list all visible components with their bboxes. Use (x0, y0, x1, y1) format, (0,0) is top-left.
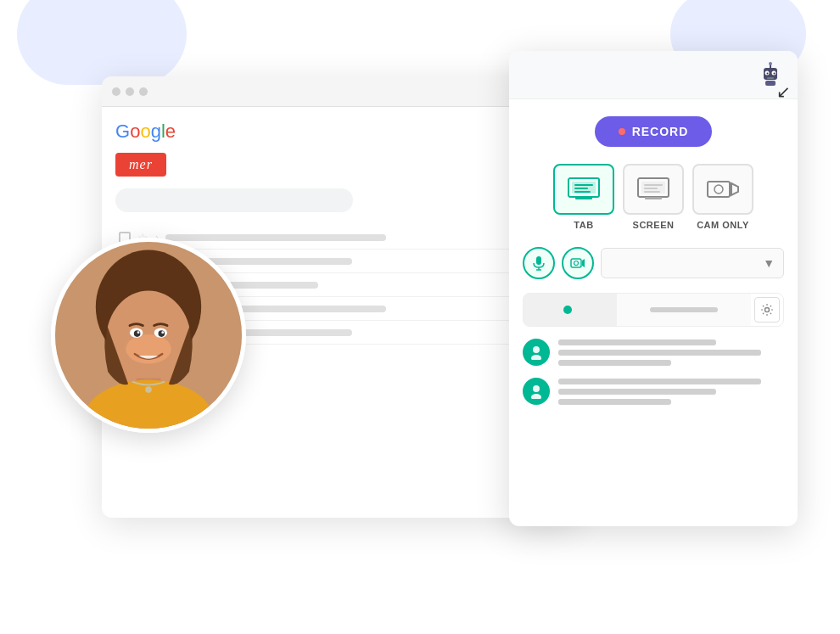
mode-cam-box[interactable] (692, 164, 753, 215)
logo-o1: o (130, 121, 140, 143)
svg-rect-7 (767, 77, 774, 79)
mode-screen[interactable]: SCREEN (623, 164, 684, 230)
mic-button[interactable] (523, 247, 555, 279)
user-info-2 (558, 379, 784, 405)
svg-point-6 (774, 73, 776, 75)
svg-point-47 (145, 386, 152, 393)
user-detail-line-2 (558, 360, 671, 366)
browser-titlebar (102, 76, 577, 107)
user-avatar-icon-1 (529, 345, 544, 360)
extension-popup: ↙ RECORD (509, 51, 798, 526)
tab-item-inactive[interactable] (617, 294, 751, 326)
user-row-1 (523, 339, 784, 366)
user-avatar-2 (523, 378, 550, 405)
svg-rect-19 (644, 188, 658, 189)
gmail-search-bar[interactable] (115, 188, 353, 212)
mode-screen-box[interactable] (623, 164, 684, 215)
mic-icon (531, 255, 546, 271)
svg-point-29 (574, 261, 579, 266)
svg-rect-13 (574, 188, 588, 189)
gear-icon (760, 303, 774, 317)
svg-point-22 (714, 185, 723, 194)
tab-item-active[interactable] (524, 294, 617, 326)
user-row-2 (523, 378, 784, 405)
mode-cam-only[interactable]: CAM ONLY (692, 164, 753, 230)
tab-bar-container (523, 293, 784, 327)
svg-point-2 (769, 62, 772, 65)
camera-toggle-button[interactable] (562, 247, 594, 279)
svg-rect-21 (708, 182, 730, 197)
main-scene: G o o g l e mer ☆ › ☆ (102, 51, 798, 577)
recording-modes: TAB SCREE (523, 164, 784, 230)
svg-rect-8 (765, 81, 776, 86)
svg-rect-20 (644, 191, 660, 193)
user-name-line (558, 339, 716, 345)
av-controls: ▼ (523, 247, 784, 279)
svg-rect-14 (574, 191, 591, 193)
mode-cam-only-label: CAM ONLY (697, 220, 749, 230)
svg-rect-16 (645, 197, 662, 199)
logo-g: G (115, 121, 130, 143)
svg-point-5 (767, 73, 769, 75)
logo-g2: g (151, 121, 161, 143)
svg-point-31 (533, 346, 540, 353)
svg-point-43 (134, 330, 141, 337)
user-avatar-icon-2 (529, 384, 544, 399)
chevron-down-icon: ▼ (763, 256, 775, 270)
svg-rect-11 (575, 197, 592, 199)
user-info-1 (558, 339, 784, 366)
user-detail-line-2 (558, 399, 671, 405)
mode-tab[interactable]: TAB (553, 164, 614, 230)
active-tab-indicator (563, 306, 572, 314)
svg-point-44 (158, 330, 165, 337)
tab-content-line (650, 307, 718, 312)
svg-rect-12 (574, 184, 593, 186)
gmail-compose-button[interactable]: mer (115, 153, 166, 177)
window-dot-1 (112, 87, 120, 96)
camera-icon (570, 255, 585, 271)
svg-point-33 (533, 385, 540, 392)
window-dot-3 (139, 87, 148, 96)
user-name-line (558, 379, 761, 384)
popup-header: ↙ (509, 51, 798, 99)
tab-icon (567, 177, 601, 202)
svg-rect-24 (536, 256, 541, 265)
svg-rect-18 (644, 184, 663, 186)
svg-point-32 (531, 355, 541, 360)
mode-tab-label: TAB (574, 220, 593, 230)
google-logo: G o o g l e (115, 121, 563, 143)
camera-select-dropdown[interactable]: ▼ (601, 248, 784, 278)
user-avatar-1 (523, 339, 550, 366)
mode-tab-box[interactable] (553, 164, 614, 215)
window-dot-2 (126, 87, 134, 96)
user-detail-line-1 (558, 389, 716, 395)
svg-point-30 (765, 308, 770, 312)
logo-o2: o (140, 121, 150, 143)
person-illustration (55, 238, 242, 433)
svg-marker-28 (582, 259, 585, 267)
email-subject-line (165, 234, 386, 241)
user-detail-line-1 (558, 350, 761, 356)
svg-rect-27 (571, 259, 581, 267)
screen-icon (636, 177, 670, 202)
cam-only-icon (706, 177, 740, 202)
logo-e: e (165, 121, 176, 143)
svg-point-45 (137, 331, 140, 334)
settings-button[interactable] (754, 297, 780, 323)
record-indicator (619, 128, 625, 135)
cursor-arrow: ↙ (776, 81, 791, 102)
mode-screen-label: SCREEN (633, 220, 675, 230)
popup-body: RECORD (509, 99, 798, 434)
svg-point-46 (161, 331, 164, 334)
svg-point-34 (531, 394, 541, 399)
record-button-label: RECORD (632, 125, 689, 138)
user-avatar-photo (51, 238, 246, 433)
svg-marker-23 (731, 183, 738, 195)
record-button[interactable]: RECORD (595, 116, 713, 147)
